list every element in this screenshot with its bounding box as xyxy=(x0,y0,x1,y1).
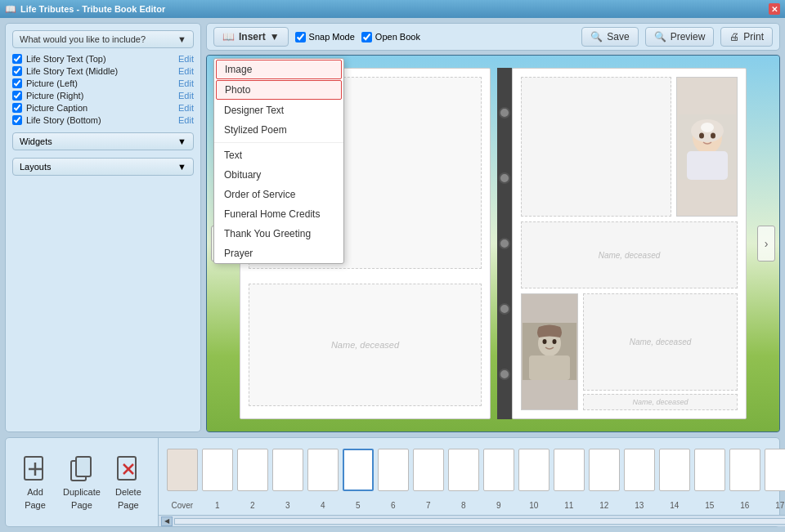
left-panel: What would you like to include? ▼ Life S… xyxy=(5,23,201,432)
svg-point-3 xyxy=(699,132,704,138)
duplicate-page-icon xyxy=(67,454,96,484)
left-page-placeholder-text: Name, deceased xyxy=(331,340,399,350)
top-section: What would you like to include? ▼ Life S… xyxy=(5,23,780,432)
picture-caption-edit[interactable]: Edit xyxy=(178,103,194,113)
menu-item-thank-you[interactable]: Thank You Greeting xyxy=(214,224,343,244)
picture-caption-checkbox[interactable] xyxy=(12,103,22,113)
duplicate-page-label-2: Page xyxy=(71,500,92,510)
nav-right-button[interactable]: › xyxy=(757,226,775,262)
spine-ring-3 xyxy=(499,238,510,249)
page-labels-row: Cover 1 2 3 4 5 6 7 8 9 10 11 12 13 14 1… xyxy=(159,501,785,515)
snap-mode-label: Snap Mode xyxy=(309,32,355,42)
page-label-cover: Cover xyxy=(167,501,198,510)
page-thumb-13[interactable] xyxy=(624,449,655,491)
widgets-header[interactable]: Widgets ▼ xyxy=(12,132,194,150)
picture-right-checkbox[interactable] xyxy=(12,91,22,101)
page-thumb-2[interactable] xyxy=(237,449,268,491)
insert-button[interactable]: 📖 Insert ▼ xyxy=(213,27,289,47)
life-story-mid-edit[interactable]: Edit xyxy=(178,66,194,76)
delete-page-button[interactable]: Delete Page xyxy=(107,450,150,514)
right-area: 📖 Insert ▼ Image Photo Designer Text Sty… xyxy=(206,23,780,432)
picture-right-edit[interactable]: Edit xyxy=(178,91,194,101)
page-thumb-8[interactable] xyxy=(448,449,479,491)
book-spine xyxy=(497,68,512,419)
add-page-label: Add xyxy=(27,487,43,497)
page-thumb-16[interactable] xyxy=(729,449,760,491)
life-story-bottom-checkbox[interactable] xyxy=(12,115,22,125)
menu-item-funeral-home[interactable]: Funeral Home Credits xyxy=(214,204,343,224)
picture-right-label: Picture (Right) xyxy=(26,91,174,101)
list-item: Picture (Right) Edit xyxy=(12,91,194,101)
menu-item-photo[interactable]: Photo xyxy=(216,80,342,100)
picture-left-edit[interactable]: Edit xyxy=(178,78,194,88)
page-thumb-6[interactable] xyxy=(378,449,409,491)
widgets-label: Widgets xyxy=(20,136,52,146)
duplicate-page-button[interactable]: Duplicate Page xyxy=(56,450,107,514)
page-thumb-4[interactable] xyxy=(307,449,339,491)
add-page-icon xyxy=(20,454,50,484)
page-thumb-1[interactable] xyxy=(202,449,233,491)
life-story-bottom-edit[interactable]: Edit xyxy=(178,115,194,125)
scroll-track[interactable] xyxy=(174,518,785,525)
menu-item-order-of-service[interactable]: Order of Service xyxy=(214,185,343,204)
page-thumb-5[interactable] xyxy=(343,449,374,491)
page-label-14: 14 xyxy=(659,501,690,510)
toolbar: 📖 Insert ▼ Image Photo Designer Text Sty… xyxy=(206,23,780,51)
print-button[interactable]: 🖨 Print xyxy=(720,27,773,47)
page-thumb-14[interactable] xyxy=(659,449,690,491)
add-page-button[interactable]: Add Page xyxy=(14,450,56,514)
page-label-10: 10 xyxy=(518,501,550,510)
page-thumb-10[interactable] xyxy=(518,449,550,491)
page-thumb-15[interactable] xyxy=(694,449,725,491)
page-thumb-12[interactable] xyxy=(589,449,620,491)
add-page-label-2: Page xyxy=(25,500,46,510)
life-story-top-edit[interactable]: Edit xyxy=(178,54,194,64)
page-label-1: 1 xyxy=(202,501,233,510)
preview-label: Preview xyxy=(671,31,706,42)
include-dropdown[interactable]: What would you like to include? ▼ xyxy=(12,30,194,48)
small-photo xyxy=(521,293,578,410)
page-thumb-3[interactable] xyxy=(272,449,303,491)
bottom-panel: Add Page Duplicate Page xyxy=(5,437,780,527)
page-label-2: 2 xyxy=(237,501,268,510)
page-thumb-7[interactable] xyxy=(413,449,444,491)
small-photo-svg xyxy=(523,323,576,380)
layouts-header[interactable]: Layouts ▼ xyxy=(12,158,194,176)
page-thumb-9[interactable] xyxy=(483,449,514,491)
menu-item-prayer[interactable]: Prayer xyxy=(214,244,343,263)
preview-button[interactable]: 🔍 Preview xyxy=(645,27,715,47)
snap-mode-checkbox[interactable] xyxy=(295,32,306,42)
svg-point-9 xyxy=(543,339,547,344)
baby-photo xyxy=(676,77,738,217)
life-story-mid-checkbox[interactable] xyxy=(12,66,22,76)
right-bottom-text-area: Name, deceased Name, deceased xyxy=(583,293,738,410)
left-page-bottom-placeholder: Name, deceased xyxy=(249,284,482,406)
scroll-left-arrow[interactable]: ◀ xyxy=(161,516,173,526)
menu-item-obituary[interactable]: Obituary xyxy=(214,165,343,185)
menu-item-image[interactable]: Image xyxy=(216,60,342,79)
menu-item-stylized-poem[interactable]: Stylized Poem xyxy=(214,120,343,140)
page-thumb-cover[interactable] xyxy=(167,449,198,491)
page-label-12: 12 xyxy=(589,501,620,510)
insert-label: Insert xyxy=(239,31,266,42)
delete-page-icon xyxy=(114,454,143,484)
list-item: Picture (Left) Edit xyxy=(12,78,194,88)
page-thumb-17[interactable] xyxy=(765,449,785,491)
list-item: Life Story (Bottom) Edit xyxy=(12,115,194,125)
save-button[interactable]: 🔍 Save xyxy=(581,27,638,47)
picture-left-checkbox[interactable] xyxy=(12,78,22,88)
include-label: What would you like to include? xyxy=(20,34,146,44)
page-thumb-11[interactable] xyxy=(554,449,585,491)
print-label: Print xyxy=(743,31,764,42)
life-story-top-checkbox[interactable] xyxy=(12,54,22,64)
title-bar-left: 📖 Life Tributes - Tribute Book Editor xyxy=(5,4,165,15)
life-story-top-label: Life Story Text (Top) xyxy=(26,54,174,64)
open-book-checkbox[interactable] xyxy=(361,32,372,42)
menu-item-designer-text[interactable]: Designer Text xyxy=(214,101,343,120)
page-label-8: 8 xyxy=(448,501,479,510)
menu-item-text[interactable]: Text xyxy=(214,145,343,165)
main-container: What would you like to include? ▼ Life S… xyxy=(0,18,785,532)
close-button[interactable]: ✕ xyxy=(769,3,780,15)
page-label-9: 9 xyxy=(483,501,514,510)
scroll-bar: ◀ ▶ xyxy=(159,515,785,526)
